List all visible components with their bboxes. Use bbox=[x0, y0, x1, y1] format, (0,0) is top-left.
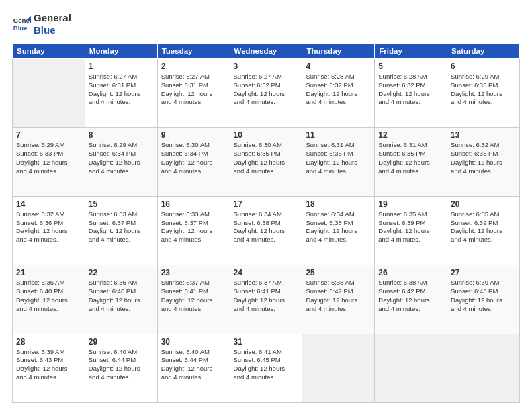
calendar-cell: 16Sunrise: 6:33 AM Sunset: 6:37 PM Dayli… bbox=[157, 196, 230, 265]
day-info: Sunrise: 6:30 AM Sunset: 6:35 PM Dayligh… bbox=[234, 141, 299, 175]
day-info: Sunrise: 6:27 AM Sunset: 6:31 PM Dayligh… bbox=[89, 73, 154, 107]
day-info: Sunrise: 6:29 AM Sunset: 6:33 PM Dayligh… bbox=[451, 73, 516, 107]
calendar-cell: 11Sunrise: 6:31 AM Sunset: 6:35 PM Dayli… bbox=[302, 128, 375, 196]
calendar-cell: 10Sunrise: 6:30 AM Sunset: 6:35 PM Dayli… bbox=[230, 128, 302, 196]
day-number: 23 bbox=[161, 268, 226, 277]
header-day-sunday: Sunday bbox=[13, 44, 85, 59]
calendar-cell: 21Sunrise: 6:36 AM Sunset: 6:40 PM Dayli… bbox=[13, 265, 85, 334]
calendar-cell: 23Sunrise: 6:37 AM Sunset: 6:41 PM Dayli… bbox=[157, 265, 230, 334]
day-info: Sunrise: 6:33 AM Sunset: 6:37 PM Dayligh… bbox=[161, 210, 226, 244]
day-number: 12 bbox=[378, 130, 443, 140]
calendar-cell: 29Sunrise: 6:40 AM Sunset: 6:44 PM Dayli… bbox=[85, 334, 157, 402]
logo-text: GeneralBlue bbox=[34, 12, 71, 36]
calendar-cell: 5Sunrise: 6:28 AM Sunset: 6:32 PM Daylig… bbox=[375, 59, 447, 128]
day-info: Sunrise: 6:40 AM Sunset: 6:44 PM Dayligh… bbox=[161, 348, 226, 382]
calendar-cell: 1Sunrise: 6:27 AM Sunset: 6:31 PM Daylig… bbox=[85, 59, 157, 128]
day-number: 9 bbox=[161, 130, 226, 140]
calendar-cell: 27Sunrise: 6:39 AM Sunset: 6:43 PM Dayli… bbox=[447, 265, 520, 334]
day-info: Sunrise: 6:38 AM Sunset: 6:42 PM Dayligh… bbox=[306, 279, 371, 313]
day-info: Sunrise: 6:35 AM Sunset: 6:39 PM Dayligh… bbox=[378, 210, 443, 244]
day-number: 24 bbox=[234, 268, 299, 277]
day-number: 4 bbox=[306, 62, 371, 71]
header-day-thursday: Thursday bbox=[302, 44, 375, 59]
calendar-cell: 18Sunrise: 6:34 AM Sunset: 6:38 PM Dayli… bbox=[302, 196, 375, 265]
day-number: 5 bbox=[378, 62, 443, 71]
day-number: 2 bbox=[161, 62, 226, 71]
day-info: Sunrise: 6:31 AM Sunset: 6:35 PM Dayligh… bbox=[378, 141, 443, 175]
calendar-cell: 9Sunrise: 6:30 AM Sunset: 6:34 PM Daylig… bbox=[157, 128, 230, 196]
day-number: 30 bbox=[161, 337, 226, 347]
header: General Blue GeneralBlue bbox=[12, 12, 520, 36]
calendar-cell: 4Sunrise: 6:28 AM Sunset: 6:32 PM Daylig… bbox=[302, 59, 375, 128]
day-number: 16 bbox=[161, 199, 226, 209]
day-info: Sunrise: 6:36 AM Sunset: 6:40 PM Dayligh… bbox=[89, 279, 154, 313]
day-info: Sunrise: 6:36 AM Sunset: 6:40 PM Dayligh… bbox=[16, 279, 81, 313]
day-number: 18 bbox=[306, 199, 371, 209]
logo-icon: General Blue bbox=[12, 15, 31, 34]
calendar-cell: 25Sunrise: 6:38 AM Sunset: 6:42 PM Dayli… bbox=[302, 265, 375, 334]
calendar-cell: 30Sunrise: 6:40 AM Sunset: 6:44 PM Dayli… bbox=[157, 334, 230, 402]
calendar-cell: 6Sunrise: 6:29 AM Sunset: 6:33 PM Daylig… bbox=[447, 59, 520, 128]
day-number: 8 bbox=[89, 130, 154, 140]
day-number: 6 bbox=[451, 62, 516, 71]
calendar-cell: 14Sunrise: 6:32 AM Sunset: 6:36 PM Dayli… bbox=[13, 196, 85, 265]
day-number: 28 bbox=[16, 337, 81, 347]
day-number: 19 bbox=[378, 199, 443, 209]
day-info: Sunrise: 6:38 AM Sunset: 6:42 PM Dayligh… bbox=[378, 279, 443, 313]
day-info: Sunrise: 6:32 AM Sunset: 6:36 PM Dayligh… bbox=[451, 141, 516, 175]
calendar-cell: 15Sunrise: 6:33 AM Sunset: 6:37 PM Dayli… bbox=[85, 196, 157, 265]
day-number: 27 bbox=[451, 268, 516, 277]
calendar-cell: 19Sunrise: 6:35 AM Sunset: 6:39 PM Dayli… bbox=[375, 196, 447, 265]
header-day-wednesday: Wednesday bbox=[230, 44, 302, 59]
day-number: 22 bbox=[89, 268, 154, 277]
calendar-week-row: 1Sunrise: 6:27 AM Sunset: 6:31 PM Daylig… bbox=[13, 59, 520, 128]
calendar-week-row: 14Sunrise: 6:32 AM Sunset: 6:36 PM Dayli… bbox=[13, 196, 520, 265]
header-day-friday: Friday bbox=[375, 44, 447, 59]
day-number: 26 bbox=[378, 268, 443, 277]
day-number: 31 bbox=[234, 337, 299, 347]
calendar-week-row: 7Sunrise: 6:29 AM Sunset: 6:33 PM Daylig… bbox=[13, 128, 520, 196]
day-info: Sunrise: 6:33 AM Sunset: 6:37 PM Dayligh… bbox=[89, 210, 154, 244]
day-number: 14 bbox=[16, 199, 81, 209]
calendar-cell bbox=[375, 334, 447, 402]
calendar-table: SundayMondayTuesdayWednesdayThursdayFrid… bbox=[12, 43, 520, 403]
day-number: 20 bbox=[451, 199, 516, 209]
day-info: Sunrise: 6:29 AM Sunset: 6:34 PM Dayligh… bbox=[89, 141, 154, 175]
day-info: Sunrise: 6:34 AM Sunset: 6:38 PM Dayligh… bbox=[234, 210, 299, 244]
calendar-cell: 3Sunrise: 6:27 AM Sunset: 6:32 PM Daylig… bbox=[230, 59, 302, 128]
calendar-cell bbox=[13, 59, 85, 128]
day-number: 15 bbox=[89, 199, 154, 209]
day-number: 3 bbox=[234, 62, 299, 71]
day-info: Sunrise: 6:37 AM Sunset: 6:41 PM Dayligh… bbox=[234, 279, 299, 313]
calendar-cell: 28Sunrise: 6:39 AM Sunset: 6:43 PM Dayli… bbox=[13, 334, 85, 402]
logo: General Blue GeneralBlue bbox=[12, 12, 71, 36]
calendar-week-row: 21Sunrise: 6:36 AM Sunset: 6:40 PM Dayli… bbox=[13, 265, 520, 334]
day-info: Sunrise: 6:35 AM Sunset: 6:39 PM Dayligh… bbox=[451, 210, 516, 244]
day-info: Sunrise: 6:28 AM Sunset: 6:32 PM Dayligh… bbox=[306, 73, 371, 107]
calendar-cell: 17Sunrise: 6:34 AM Sunset: 6:38 PM Dayli… bbox=[230, 196, 302, 265]
page: General Blue GeneralBlue SundayMondayTue… bbox=[0, 0, 532, 411]
day-info: Sunrise: 6:28 AM Sunset: 6:32 PM Dayligh… bbox=[378, 73, 443, 107]
calendar-cell: 26Sunrise: 6:38 AM Sunset: 6:42 PM Dayli… bbox=[375, 265, 447, 334]
calendar-week-row: 28Sunrise: 6:39 AM Sunset: 6:43 PM Dayli… bbox=[13, 334, 520, 402]
day-info: Sunrise: 6:31 AM Sunset: 6:35 PM Dayligh… bbox=[306, 141, 371, 175]
day-info: Sunrise: 6:27 AM Sunset: 6:32 PM Dayligh… bbox=[234, 73, 299, 107]
calendar-cell: 24Sunrise: 6:37 AM Sunset: 6:41 PM Dayli… bbox=[230, 265, 302, 334]
day-info: Sunrise: 6:39 AM Sunset: 6:43 PM Dayligh… bbox=[16, 348, 81, 382]
day-info: Sunrise: 6:39 AM Sunset: 6:43 PM Dayligh… bbox=[451, 279, 516, 313]
calendar-cell: 31Sunrise: 6:41 AM Sunset: 6:45 PM Dayli… bbox=[230, 334, 302, 402]
calendar-cell bbox=[302, 334, 375, 402]
day-number: 10 bbox=[234, 130, 299, 140]
header-day-tuesday: Tuesday bbox=[157, 44, 230, 59]
calendar-cell: 13Sunrise: 6:32 AM Sunset: 6:36 PM Dayli… bbox=[447, 128, 520, 196]
day-info: Sunrise: 6:32 AM Sunset: 6:36 PM Dayligh… bbox=[16, 210, 81, 244]
day-info: Sunrise: 6:27 AM Sunset: 6:31 PM Dayligh… bbox=[161, 73, 226, 107]
calendar-cell: 12Sunrise: 6:31 AM Sunset: 6:35 PM Dayli… bbox=[375, 128, 447, 196]
day-info: Sunrise: 6:37 AM Sunset: 6:41 PM Dayligh… bbox=[161, 279, 226, 313]
svg-text:Blue: Blue bbox=[13, 24, 28, 32]
day-info: Sunrise: 6:41 AM Sunset: 6:45 PM Dayligh… bbox=[234, 348, 299, 382]
day-info: Sunrise: 6:29 AM Sunset: 6:33 PM Dayligh… bbox=[16, 141, 81, 175]
calendar-cell bbox=[447, 334, 520, 402]
day-number: 11 bbox=[306, 130, 371, 140]
day-number: 7 bbox=[16, 130, 81, 140]
